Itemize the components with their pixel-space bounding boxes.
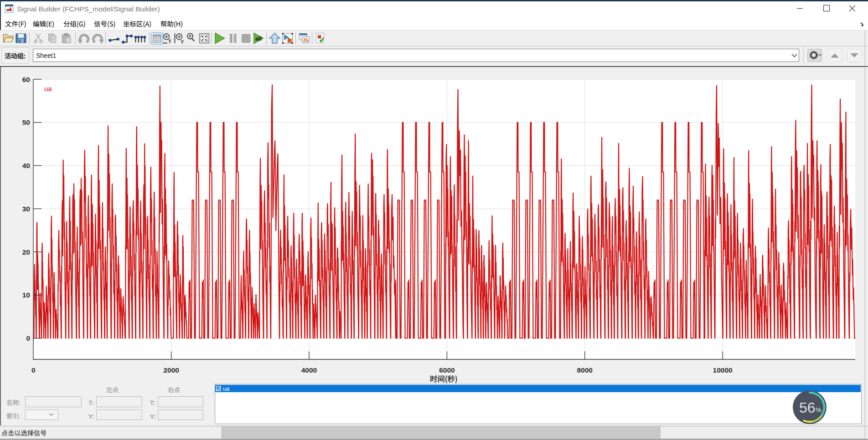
svg-text:Signal Builder (FCHPS_model/Si: Signal Builder (FCHPS_model/Signal Build…: [17, 5, 160, 13]
svg-text:Y: Y: [181, 39, 184, 45]
svg-text:Y:: Y:: [150, 413, 156, 420]
svg-text:ua: ua: [223, 385, 230, 392]
svg-text:4000: 4000: [301, 366, 317, 374]
svg-text:30: 30: [22, 205, 30, 213]
svg-text:0: 0: [31, 366, 36, 374]
svg-text:all: all: [255, 36, 262, 42]
svg-text:60: 60: [22, 76, 30, 83]
svg-text:8000: 8000: [577, 366, 592, 374]
svg-text:T:: T:: [88, 399, 93, 406]
svg-text:56: 56: [799, 399, 816, 416]
svg-text:T: T: [168, 39, 171, 44]
svg-text:%: %: [816, 406, 821, 414]
svg-text:T:: T:: [150, 399, 155, 406]
svg-text:10: 10: [22, 291, 30, 299]
svg-text:ua: ua: [44, 85, 52, 92]
svg-text:10000: 10000: [713, 366, 733, 374]
svg-text:0: 0: [26, 334, 30, 342]
svg-text:50: 50: [22, 118, 30, 126]
svg-text:40: 40: [22, 162, 30, 169]
svg-text:2000: 2000: [163, 366, 179, 374]
svg-text:Y:: Y:: [88, 413, 94, 420]
svg-text:6000: 6000: [439, 366, 455, 374]
svg-text:20: 20: [22, 248, 30, 256]
svg-text:Sheet1: Sheet1: [36, 52, 57, 59]
